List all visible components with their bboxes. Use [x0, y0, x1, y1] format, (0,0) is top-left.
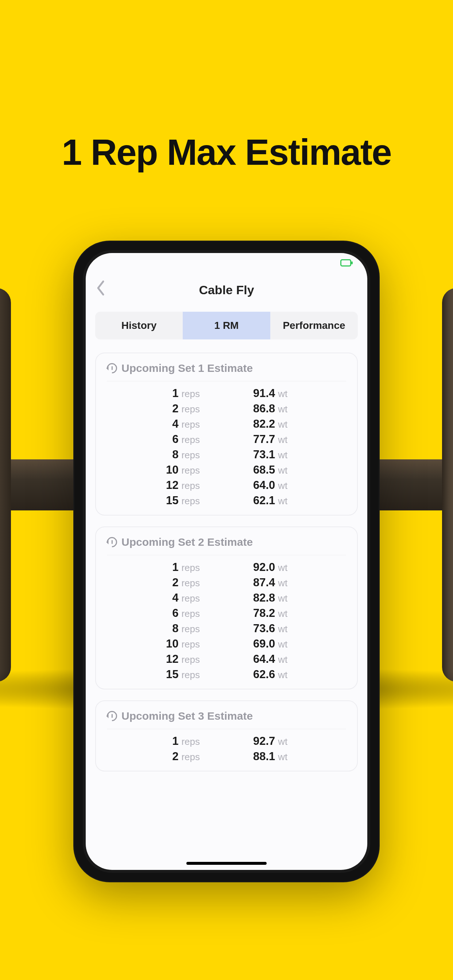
- estimate-row: 2reps86.8wt: [107, 401, 346, 416]
- history-icon: [105, 361, 119, 375]
- estimate-card: Upcoming Set 3 Estimate1reps92.7wt2reps8…: [95, 700, 358, 772]
- weight-unit: wt: [278, 670, 287, 681]
- battery-icon: [340, 259, 351, 267]
- back-button[interactable]: [95, 279, 105, 301]
- estimate-row: 1reps92.0wt: [107, 560, 346, 575]
- app-screen: Cable Fly History 1 RM Performance Upcom…: [86, 253, 367, 870]
- reps-value: 8: [172, 622, 179, 635]
- reps-unit: reps: [181, 419, 200, 430]
- weight-unit: wt: [278, 434, 287, 445]
- weight-value: 88.1: [253, 750, 275, 763]
- weight-unit: wt: [278, 736, 287, 748]
- reps-unit: reps: [181, 495, 200, 507]
- weight-value: 73.6: [253, 622, 275, 635]
- weight-value: 73.1: [253, 448, 275, 461]
- weight-unit: wt: [278, 624, 287, 635]
- weight-value: 62.1: [253, 494, 275, 507]
- card-header: Upcoming Set 3 Estimate: [107, 710, 346, 729]
- reps-unit: reps: [181, 450, 200, 461]
- estimate-row: 4reps82.2wt: [107, 416, 346, 432]
- reps-value: 2: [172, 576, 179, 589]
- weight-unit: wt: [278, 654, 287, 665]
- reps-unit: reps: [181, 639, 200, 650]
- tab-performance[interactable]: Performance: [270, 312, 358, 339]
- estimate-row: 15reps62.1wt: [107, 493, 346, 508]
- weight-unit: wt: [278, 404, 287, 415]
- reps-value: 4: [172, 591, 179, 605]
- estimate-row: 2reps88.1wt: [107, 749, 346, 764]
- card-header: Upcoming Set 1 Estimate: [107, 362, 346, 381]
- weight-value: 87.4: [253, 576, 275, 589]
- estimate-card: Upcoming Set 2 Estimate1reps92.0wt2reps8…: [95, 527, 358, 689]
- weight-value: 68.5: [253, 463, 275, 477]
- reps-unit: reps: [181, 388, 200, 399]
- card-title: Upcoming Set 1 Estimate: [121, 362, 253, 374]
- weight-unit: wt: [278, 388, 287, 399]
- estimate-row: 12reps64.4wt: [107, 652, 346, 667]
- estimate-row: 1reps91.4wt: [107, 386, 346, 401]
- estimate-row: 6reps77.7wt: [107, 432, 346, 447]
- reps-value: 10: [166, 463, 179, 477]
- reps-value: 6: [172, 433, 179, 446]
- reps-value: 1: [172, 387, 179, 400]
- navigation-bar: Cable Fly: [86, 273, 367, 312]
- estimate-row: 10reps69.0wt: [107, 636, 346, 652]
- card-title: Upcoming Set 2 Estimate: [121, 536, 253, 548]
- weight-unit: wt: [278, 419, 287, 430]
- reps-unit: reps: [181, 736, 200, 748]
- home-indicator[interactable]: [187, 862, 266, 865]
- weight-value: 82.2: [253, 417, 275, 431]
- reps-value: 15: [166, 494, 179, 507]
- estimate-row: 12reps64.0wt: [107, 477, 346, 493]
- reps-unit: reps: [181, 593, 200, 604]
- weight-unit: wt: [278, 608, 287, 619]
- reps-value: 10: [166, 637, 179, 651]
- estimate-row: 2reps87.4wt: [107, 575, 346, 590]
- reps-unit: reps: [181, 654, 200, 665]
- reps-unit: reps: [181, 751, 200, 763]
- weight-value: 82.8: [253, 591, 275, 605]
- weight-value: 77.7: [253, 433, 275, 446]
- weight-unit: wt: [278, 562, 287, 573]
- weight-value: 92.0: [253, 561, 275, 574]
- estimate-row: 15reps62.6wt: [107, 667, 346, 682]
- card-title: Upcoming Set 3 Estimate: [121, 710, 253, 722]
- reps-unit: reps: [181, 434, 200, 445]
- tab-1rm[interactable]: 1 RM: [183, 312, 270, 339]
- tab-history[interactable]: History: [95, 312, 183, 339]
- reps-unit: reps: [181, 562, 200, 573]
- reps-value: 6: [172, 607, 179, 620]
- weight-unit: wt: [278, 578, 287, 589]
- estimate-row: 10reps68.5wt: [107, 462, 346, 477]
- segmented-tabs: History 1 RM Performance: [95, 312, 358, 339]
- estimate-row: 1reps92.7wt: [107, 733, 346, 749]
- estimate-row: 8reps73.1wt: [107, 447, 346, 462]
- chevron-left-icon: [95, 279, 105, 297]
- phone-frame: Cable Fly History 1 RM Performance Upcom…: [73, 240, 380, 882]
- weight-unit: wt: [278, 480, 287, 492]
- weight-value: 62.6: [253, 668, 275, 681]
- reps-unit: reps: [181, 670, 200, 681]
- reps-unit: reps: [181, 624, 200, 635]
- weight-value: 69.0: [253, 637, 275, 651]
- cards-scroll[interactable]: Upcoming Set 1 Estimate1reps91.4wt2reps8…: [86, 353, 367, 772]
- weight-unit: wt: [278, 639, 287, 650]
- reps-value: 8: [172, 448, 179, 461]
- estimate-card: Upcoming Set 1 Estimate1reps91.4wt2reps8…: [95, 353, 358, 515]
- reps-value: 1: [172, 561, 179, 574]
- weight-unit: wt: [278, 495, 287, 507]
- reps-value: 1: [172, 735, 179, 748]
- reps-unit: reps: [181, 465, 200, 476]
- promo-headline: 1 Rep Max Estimate: [62, 131, 391, 173]
- reps-unit: reps: [181, 578, 200, 589]
- estimate-row: 6reps78.2wt: [107, 606, 346, 621]
- weight-value: 78.2: [253, 607, 275, 620]
- reps-unit: reps: [181, 404, 200, 415]
- reps-value: 4: [172, 417, 179, 431]
- weight-unit: wt: [278, 751, 287, 763]
- reps-value: 2: [172, 750, 179, 763]
- card-header: Upcoming Set 2 Estimate: [107, 536, 346, 555]
- weight-value: 86.8: [253, 402, 275, 415]
- estimate-row: 8reps73.6wt: [107, 621, 346, 636]
- reps-value: 12: [166, 479, 179, 492]
